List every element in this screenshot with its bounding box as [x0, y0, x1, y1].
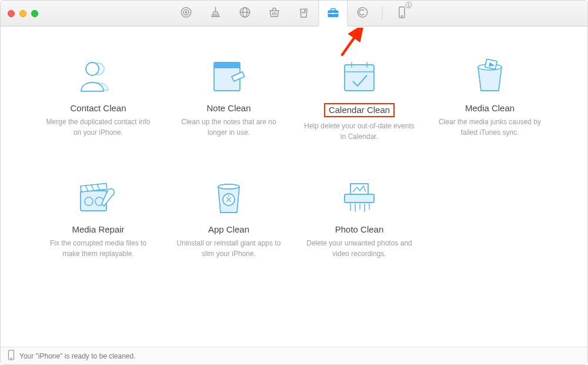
status-bar: Your "iPhone" is ready to be cleaned.	[1, 347, 587, 364]
card-note-clean[interactable]: Note Clean Clean up the notes that are n…	[166, 56, 291, 142]
device-indicator[interactable]: 1	[387, 1, 417, 26]
toolbar-separator	[382, 6, 383, 20]
zoom-window-button[interactable]	[31, 10, 38, 17]
globe-icon	[239, 6, 252, 21]
tab-toolbox[interactable]	[319, 1, 348, 26]
tab-basket[interactable]	[260, 1, 289, 26]
card-media-repair[interactable]: Media Repair Fix the corrupted media fil…	[36, 177, 161, 259]
device-count-badge: 1	[406, 2, 412, 8]
card-desc: Delete your unwanted photos and video re…	[303, 238, 415, 259]
card-title: Photo Clean	[335, 224, 384, 234]
card-title: App Clean	[208, 224, 249, 234]
svg-rect-27	[345, 65, 374, 91]
tab-copyright[interactable]	[348, 1, 377, 26]
close-window-button[interactable]	[8, 10, 15, 17]
svg-rect-48	[345, 194, 374, 203]
card-desc: Clean up the notes that are no longer in…	[173, 117, 285, 138]
card-title: Note Clean	[206, 103, 250, 113]
tab-sweep[interactable]	[201, 1, 230, 26]
status-text: Your "iPhone" is ready to be cleaned.	[19, 352, 136, 360]
card-media-clean[interactable]: Media Clean Clear the media junks caused…	[427, 56, 552, 142]
phone-icon	[396, 6, 409, 21]
card-desc: Merge the duplicated contact info on you…	[42, 117, 154, 138]
highlight-annotation: Calendar Clean	[324, 103, 395, 117]
card-title: Calendar Clean	[324, 103, 395, 117]
broom-icon	[209, 6, 222, 21]
app-trash-icon	[211, 177, 246, 218]
titlebar: 1	[1, 1, 587, 26]
card-calendar-clean[interactable]: Calendar Clean Help delete your out-of-d…	[297, 56, 422, 142]
svg-point-58	[11, 358, 12, 359]
card-desc: Fix the corrupted media files to make th…	[42, 238, 154, 259]
minimize-window-button[interactable]	[19, 10, 26, 17]
contacts-icon	[78, 56, 119, 97]
card-title: Contact Clean	[70, 103, 126, 113]
main-toolbar: 1	[172, 1, 417, 26]
clapper-wrench-icon	[77, 177, 119, 218]
recycle-icon	[298, 6, 310, 21]
app-window: 1 Contact Clean Merge the duplicated con…	[0, 0, 588, 365]
copyright-icon	[356, 6, 369, 21]
card-desc: Uninstall or reinstall giant apps to sli…	[173, 238, 285, 259]
card-desc: Clear the media junks caused by failed i…	[434, 117, 546, 138]
basket-icon	[268, 6, 281, 21]
window-controls	[8, 10, 38, 17]
tab-target[interactable]	[172, 1, 201, 26]
card-title: Media Clean	[465, 103, 514, 113]
card-title: Media Repair	[72, 224, 124, 234]
note-icon	[208, 56, 249, 97]
svg-point-19	[402, 15, 403, 16]
svg-rect-50	[350, 184, 368, 194]
shredder-icon	[340, 177, 379, 218]
svg-rect-14	[331, 8, 335, 11]
card-contact-clean[interactable]: Contact Clean Merge the duplicated conta…	[36, 56, 161, 142]
card-app-clean[interactable]: App Clean Uninstall or reinstall giant a…	[166, 177, 291, 259]
tab-recycle[interactable]	[289, 1, 319, 26]
media-bucket-icon	[469, 56, 510, 97]
svg-point-2	[185, 11, 186, 12]
tab-globe[interactable]	[230, 1, 260, 26]
card-desc: Help delete your out-of-date events in C…	[303, 121, 415, 142]
phone-small-icon	[8, 350, 19, 362]
card-photo-clean[interactable]: Photo Clean Delete your unwanted photos …	[297, 177, 422, 259]
tools-grid: Contact Clean Merge the duplicated conta…	[1, 26, 587, 347]
calendar-icon	[340, 56, 379, 97]
svg-rect-26	[214, 62, 240, 68]
svg-rect-16	[332, 12, 334, 14]
toolbox-icon	[327, 6, 340, 21]
target-icon	[180, 6, 193, 21]
